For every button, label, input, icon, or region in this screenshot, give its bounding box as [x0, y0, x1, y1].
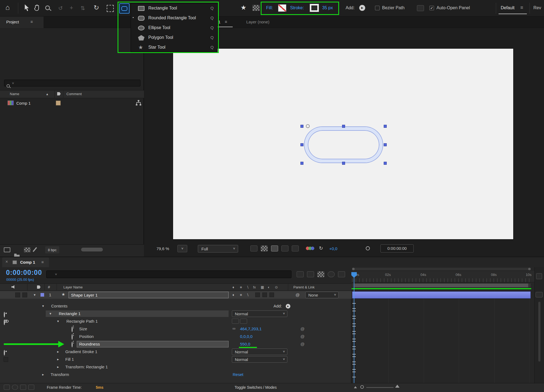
stroke-swatch[interactable] — [310, 4, 319, 12]
position-pickwhip-icon[interactable]: @ — [300, 334, 305, 339]
project-search-chevron-icon[interactable]: ˅ — [12, 81, 14, 85]
dolly-camera-tool-icon[interactable]: ⇅ — [81, 5, 85, 11]
composition-flowchart-icon[interactable] — [297, 271, 304, 277]
channel-rgb-icon[interactable] — [306, 246, 315, 251]
fill-label[interactable]: Fill: — [266, 5, 273, 10]
layer-lock-box[interactable] — [22, 293, 27, 297]
property-row-rectanglepath1[interactable]: ▾ Rectangle Path 1 — [0, 318, 352, 325]
menu-item-polygon-tool[interactable]: Polygon Tool Q — [131, 33, 218, 43]
used-in-hierarchy-icon[interactable] — [136, 100, 142, 107]
mask-visibility-icon[interactable] — [281, 245, 288, 251]
twirl-icon[interactable]: ▸ — [42, 372, 44, 377]
timeline-vertical-scrollbar[interactable] — [538, 302, 540, 362]
label-color-chip[interactable] — [56, 101, 61, 105]
timeline-tab-label[interactable]: Comp 1 — [20, 260, 35, 265]
timeline-search-input[interactable] — [46, 270, 291, 278]
rotation-tool-icon[interactable]: ↻ — [94, 4, 99, 11]
panel-arrow-icon[interactable] — [417, 5, 424, 11]
playhead-line[interactable] — [354, 277, 354, 383]
stroke-label[interactable]: Stroke: — [290, 5, 304, 10]
gradientstroke-blendmode-dropdown[interactable]: Normal ˅ — [232, 349, 287, 355]
menu-item-rounded-rectangle-tool[interactable]: ▪ Rounded Rectangle Tool Q — [131, 13, 218, 23]
menu-item-ellipse-tool[interactable]: Ellipse Tool Q — [131, 23, 218, 33]
layer-pickwhip-icon[interactable]: @ — [296, 293, 300, 297]
link-dimensions-icon[interactable]: ∞ — [232, 326, 235, 331]
expand-layers-icon[interactable] — [4, 385, 10, 390]
title-action-safe-icon[interactable] — [250, 245, 257, 251]
property-row-transform[interactable]: ▸ Transform Reset — [0, 371, 352, 378]
timeline-frame-info[interactable]: 00000 (25.00 fps) — [6, 278, 34, 282]
project-tab-menu-icon[interactable]: ≡ — [30, 19, 33, 24]
property-row-transform-rectangle1[interactable]: ▸ Transform: Rectangle 1 — [0, 363, 352, 371]
project-item-name[interactable]: Comp 1 — [16, 101, 31, 105]
selection-handle-n[interactable] — [342, 125, 345, 128]
work-area-bar[interactable] — [352, 284, 531, 287]
layer-panel-tab[interactable]: Layer (none) — [246, 20, 269, 24]
selection-handle-e[interactable] — [384, 143, 387, 146]
viewer-zoom-chevron[interactable]: ˅ — [177, 245, 187, 252]
hand-tool-icon[interactable] — [34, 4, 40, 13]
time-navigator-handle-left[interactable] — [352, 268, 355, 270]
twirl-icon[interactable]: ▾ — [42, 304, 44, 308]
zoom-tool-icon[interactable] — [45, 5, 50, 10]
property-row-roundness[interactable]: Roundness 550,0 @ — [0, 340, 352, 348]
selection-tool-icon[interactable] — [24, 4, 29, 13]
layer-duration-bar[interactable] — [352, 291, 531, 298]
workspace-default-tab[interactable]: Default — [501, 5, 515, 10]
property-row-gradientstroke1[interactable]: ▸ Gradient Stroke 1 Normal ˅ — [0, 348, 352, 356]
property-row-rectangle1[interactable]: ▾ Rectangle 1 Normal ˅ — [0, 310, 352, 318]
pixel-aspect-icon[interactable] — [292, 245, 299, 251]
mask-feather-tool-icon[interactable] — [107, 5, 114, 12]
roundness-value[interactable]: 550,0 — [240, 342, 250, 346]
path-merge-icon[interactable] — [240, 319, 247, 324]
workspace-menu-icon[interactable]: ≡ — [520, 5, 523, 11]
layer-switch-anchor-icon[interactable]: ♦ — [232, 293, 234, 297]
work-area-handle-right[interactable] — [528, 284, 531, 287]
size-value[interactable]: 464,7,203,1 — [240, 326, 262, 331]
property-row-position[interactable]: Position 0,0,0,0 @ — [0, 333, 352, 340]
exposure-value[interactable]: +0,0 — [329, 246, 337, 251]
fill1-visibility-box[interactable] — [4, 357, 8, 362]
graph-editor-icon[interactable] — [338, 271, 345, 277]
active-shape-tool-button[interactable] — [119, 3, 130, 14]
twirl-icon[interactable]: ▸ — [57, 365, 59, 369]
parent-link-column[interactable]: Parent & Link — [293, 285, 315, 289]
selection-handle-ne[interactable] — [384, 125, 387, 128]
twirl-icon[interactable]: ▸ — [57, 350, 59, 354]
size-stopwatch-icon[interactable] — [72, 326, 73, 332]
selection-handle-sw[interactable] — [300, 162, 303, 165]
twirl-icon[interactable]: ▾ — [57, 319, 59, 323]
zoom-in-mountain-icon[interactable] — [395, 385, 399, 388]
layer-audio-box[interactable] — [15, 293, 20, 297]
transform-reset-link[interactable]: Reset — [233, 372, 243, 377]
orbit-camera-tool-icon[interactable]: ↺ — [58, 5, 63, 11]
stroke-width-value[interactable]: 35 px — [322, 5, 333, 10]
auto-open-panel-checkbox[interactable]: ✓ — [429, 6, 434, 10]
layer-switch-box-2[interactable] — [262, 293, 267, 297]
time-navigator-handle-right[interactable] — [528, 268, 531, 270]
timeline-tab-menu-icon[interactable]: ≡ — [41, 260, 44, 264]
viewer-resolution-dropdown[interactable]: Full ˅ — [198, 245, 238, 253]
home-icon[interactable]: ⌂ — [5, 3, 10, 12]
timeline-zoom-track[interactable] — [366, 387, 394, 388]
transfer-controls-icon[interactable] — [20, 385, 26, 390]
property-row-fill1[interactable]: ▸ Fill 1 Normal ˅ — [0, 356, 352, 363]
transparency-grid-icon[interactable] — [261, 245, 268, 251]
fill1-blendmode-dropdown[interactable]: Normal ˅ — [232, 356, 287, 363]
menu-item-star-tool[interactable]: ★ Star Tool Q — [131, 43, 218, 52]
toolbar-star-icon[interactable]: ★ — [241, 4, 247, 11]
interpret-footage-icon[interactable] — [4, 247, 10, 252]
parent-link-toggle-icon[interactable] — [28, 385, 34, 390]
layer-switch-box-3[interactable] — [269, 293, 274, 297]
layer-name-column[interactable]: Layer Name — [63, 285, 83, 289]
layer-twirl-icon[interactable]: ▾ — [34, 293, 36, 297]
shape-capsule[interactable] — [305, 127, 383, 163]
project-comment-column[interactable]: Comment — [66, 92, 82, 96]
layer-switch-box-1[interactable] — [255, 293, 260, 297]
layer-parent-dropdown[interactable]: None ˅ — [305, 292, 339, 298]
new-composition-icon[interactable] — [24, 247, 30, 252]
property-row-contents[interactable]: ▾ Contents Add: ▶ — [0, 302, 352, 310]
shape-anchor-point-icon[interactable] — [306, 124, 310, 128]
fill-swatch-none[interactable] — [278, 4, 286, 12]
project-search-input[interactable] — [4, 80, 140, 86]
